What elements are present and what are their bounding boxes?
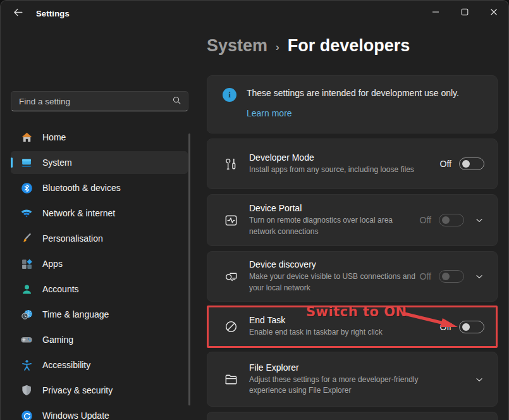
sidebar-nav: Home System Bluetooth & devices Net xyxy=(11,126,188,420)
accounts-person-icon xyxy=(20,282,34,296)
sidebar-item-label: Time & language xyxy=(42,309,109,319)
sidebar-item-label: System xyxy=(42,158,72,168)
folder-icon xyxy=(223,372,239,386)
developer-tools-icon xyxy=(223,157,239,171)
toggle-state-label: Off xyxy=(440,322,451,332)
titlebar: Settings xyxy=(1,1,508,26)
sidebar-item-label: Windows Update xyxy=(42,411,109,420)
setting-description: Turn on remote diagnostics over local ar… xyxy=(249,215,420,237)
toggle-knob xyxy=(462,323,470,331)
setting-description: Adjust these settings for a more develop… xyxy=(249,374,442,397)
setting-title: Device Portal xyxy=(249,203,420,213)
chevron-down-icon[interactable] xyxy=(474,215,484,225)
toggle-knob xyxy=(462,160,470,168)
sidebar-item-gaming[interactable]: Gaming xyxy=(11,328,188,351)
sidebar-item-time-language[interactable]: Time & language xyxy=(11,303,188,326)
maximize-button[interactable] xyxy=(450,1,479,25)
gamepad-icon xyxy=(20,333,34,347)
sidebar-item-apps[interactable]: Apps xyxy=(11,252,188,275)
sidebar-item-label: Network & internet xyxy=(42,208,115,218)
toggle-state-label: Off xyxy=(420,271,431,281)
page-title: For developers xyxy=(288,36,410,56)
banner-text: These settings are intended for developm… xyxy=(247,88,459,98)
setting-description: Enable end task in taskbar by right clic… xyxy=(249,327,383,338)
home-icon xyxy=(20,130,34,144)
back-arrow-icon xyxy=(13,8,23,20)
minimize-icon xyxy=(432,7,439,18)
prohibited-circle-icon xyxy=(223,319,239,334)
sidebar-item-accessibility[interactable]: Accessibility xyxy=(11,354,188,376)
sidebar-item-personalisation[interactable]: Personalisation xyxy=(11,227,188,250)
setting-row-developer-mode: Developer Mode Install apps from any sou… xyxy=(207,139,498,189)
setting-title: File Explorer xyxy=(249,362,442,373)
sidebar-item-label: Gaming xyxy=(42,335,73,345)
chevron-down-icon[interactable] xyxy=(474,374,484,385)
back-button[interactable] xyxy=(7,4,28,23)
sidebar-item-system[interactable]: System xyxy=(11,151,188,174)
setting-row-file-explorer: File Explorer Adjust these settings for … xyxy=(207,352,498,407)
toggle-state-label: Off xyxy=(440,159,451,169)
setting-title: Developer Mode xyxy=(249,152,414,163)
breadcrumb-system[interactable]: System xyxy=(207,36,267,56)
sidebar-item-accounts[interactable]: Accounts xyxy=(11,278,188,300)
device-discovery-icon xyxy=(223,269,239,284)
apps-icon xyxy=(20,257,34,271)
learn-more-link[interactable]: Learn more xyxy=(247,108,292,118)
close-icon xyxy=(490,7,498,18)
minimize-button[interactable] xyxy=(421,1,450,25)
device-discovery-toggle[interactable] xyxy=(439,270,464,283)
selected-accent-bar xyxy=(11,158,13,168)
setting-row-device-portal: Device Portal Turn on remote diagnostics… xyxy=(207,194,498,246)
search-input[interactable] xyxy=(19,97,172,106)
sidebar-item-bluetooth-devices[interactable]: Bluetooth & devices xyxy=(11,176,188,199)
sidebar-item-label: Privacy & security xyxy=(42,385,113,395)
settings-window: Settings Home xyxy=(0,0,509,420)
sidebar: Home System Bluetooth & devices Net xyxy=(1,26,198,420)
windows-update-icon xyxy=(20,409,34,420)
search-box[interactable] xyxy=(11,91,188,111)
end-task-toggle[interactable] xyxy=(459,321,484,333)
breadcrumb-separator: › xyxy=(276,41,279,54)
toggle-knob xyxy=(442,273,450,280)
app-title: Settings xyxy=(36,9,70,18)
setting-title: End Task xyxy=(249,315,383,325)
info-banner: i These settings are intended for develo… xyxy=(207,75,498,133)
setting-title: Device discovery xyxy=(249,259,420,269)
setting-description: Install apps from any source, including … xyxy=(249,164,414,175)
breadcrumb: System › For developers xyxy=(207,36,410,56)
toggle-state-label: Off xyxy=(420,215,431,225)
close-button[interactable] xyxy=(479,1,508,25)
setting-row-end-task: End Task Enable end task in taskbar by r… xyxy=(207,307,498,347)
sidebar-item-network-internet[interactable]: Network & internet xyxy=(11,202,188,225)
main-content: System › For developers i These settings… xyxy=(207,26,498,420)
window-controls xyxy=(421,1,508,25)
bluetooth-icon xyxy=(20,181,34,195)
network-wifi-icon xyxy=(20,206,34,220)
toggle-knob xyxy=(442,216,450,224)
sidebar-scrollbar[interactable] xyxy=(188,133,190,405)
developer-mode-toggle[interactable] xyxy=(459,158,484,170)
sidebar-item-label: Accounts xyxy=(42,284,79,294)
sidebar-item-home[interactable]: Home xyxy=(11,126,188,149)
sidebar-item-label: Bluetooth & devices xyxy=(42,183,121,193)
device-portal-pulse-icon xyxy=(223,213,239,228)
sidebar-item-label: Personalisation xyxy=(42,233,103,244)
shield-icon xyxy=(20,383,34,397)
device-portal-toggle[interactable] xyxy=(439,214,464,226)
system-icon xyxy=(20,156,34,170)
sidebar-item-windows-update[interactable]: Windows Update xyxy=(11,404,188,420)
sidebar-item-privacy-security[interactable]: Privacy & security xyxy=(11,379,188,402)
sidebar-item-label: Apps xyxy=(42,259,63,269)
time-language-icon xyxy=(20,307,34,321)
setting-row-device-discovery: Device discovery Make your device visibl… xyxy=(207,251,498,302)
search-icon xyxy=(172,96,181,108)
sidebar-item-label: Home xyxy=(42,132,66,142)
paintbrush-icon xyxy=(20,232,34,245)
accessibility-person-icon xyxy=(20,358,34,372)
maximize-icon xyxy=(461,7,469,18)
settings-cards: i These settings are intended for develo… xyxy=(207,75,498,420)
setting-description: Make your device visible to USB connecti… xyxy=(249,271,420,293)
chevron-down-icon[interactable] xyxy=(474,271,484,281)
sidebar-item-label: Accessibility xyxy=(42,360,90,370)
info-icon: i xyxy=(223,88,236,102)
